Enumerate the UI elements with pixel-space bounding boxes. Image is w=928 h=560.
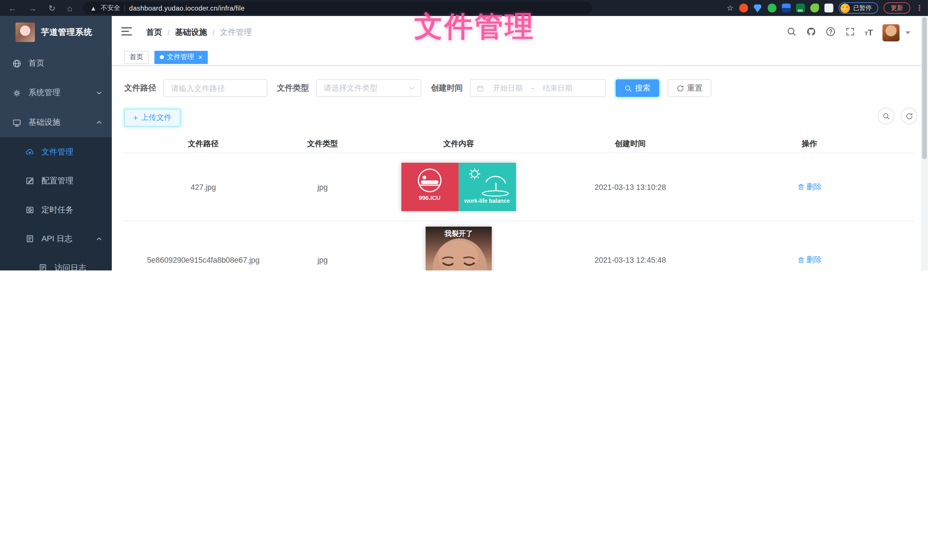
- sidebar-item-label: 定时任务: [41, 204, 73, 215]
- address-divider: [124, 5, 125, 12]
- extension-icon[interactable]: [739, 3, 748, 12]
- file-type-cell: jpg: [284, 183, 361, 191]
- file-preview-996icu-banner[interactable]: 996.ICU work-life balance: [401, 163, 516, 212]
- extension-leaf-icon[interactable]: [810, 3, 819, 12]
- breadcrumb-current: 文件管理: [220, 27, 252, 38]
- created-time-cell: 2021-03-13 12:45:48: [556, 256, 704, 265]
- cloud-upload-icon: [25, 147, 34, 157]
- forward-icon[interactable]: →: [28, 4, 37, 12]
- select-placeholder: 请选择文件类型: [324, 83, 377, 93]
- col-header-path: 文件路径: [122, 138, 284, 149]
- breadcrumb-home[interactable]: 首页: [146, 27, 162, 38]
- extensions-puzzle-icon[interactable]: [824, 3, 833, 12]
- col-header-content: 文件内容: [361, 138, 557, 149]
- file-type-select[interactable]: 请选择文件类型: [316, 79, 421, 97]
- collapse-sidebar-icon[interactable]: [121, 27, 132, 37]
- proxy-on-badge[interactable]: on: [796, 3, 804, 12]
- refresh-icon[interactable]: [901, 108, 917, 124]
- browser-nav-buttons: ← → ↻ ⌂: [0, 4, 81, 12]
- globe-icon: [12, 59, 21, 68]
- start-date-placeholder: 开始日期: [489, 83, 527, 93]
- created-time-cell: 2021-03-13 13:10:28: [556, 183, 704, 191]
- search-button[interactable]: 搜索: [615, 79, 659, 97]
- upload-file-button[interactable]: + 上传文件: [124, 109, 180, 126]
- chevron-down-icon: [95, 88, 104, 97]
- app-title: 芋道管理系统: [41, 27, 92, 37]
- sidebar-item-access-log[interactable]: 访问日志: [0, 253, 112, 271]
- sidebar-item-infra[interactable]: 基础设施: [0, 108, 112, 137]
- file-type-cell: jpg: [284, 256, 361, 265]
- main-content: 首页 / 基础设施 / 文件管理 TT 首页 文件管理: [112, 16, 921, 271]
- scrollbar-thumb[interactable]: [922, 17, 927, 159]
- timer-icon: [25, 205, 34, 215]
- file-type-label: 文件类型: [277, 83, 309, 93]
- search-button-label: 搜索: [635, 83, 650, 93]
- navbar-right-icons: TT: [786, 16, 910, 49]
- help-icon[interactable]: [826, 26, 835, 38]
- date-range-picker[interactable]: 开始日期 - 结束日期: [470, 79, 606, 97]
- filter-form: 文件路径 文件类型 请选择文件类型 创建时间 开始日期 - 结束日期 搜索: [124, 79, 711, 97]
- plus-icon: +: [133, 114, 138, 122]
- sidebar-item-scheduled-jobs[interactable]: 定时任务: [0, 195, 112, 224]
- sidebar-item-home[interactable]: 首页: [0, 49, 112, 78]
- tab-file-management[interactable]: 文件管理 ×: [154, 50, 208, 64]
- breadcrumb-separator: /: [212, 28, 215, 37]
- reset-button-label: 重置: [687, 83, 702, 93]
- sidebar-item-label: API 日志: [41, 233, 73, 244]
- delete-button[interactable]: 删除: [797, 181, 822, 192]
- create-time-label: 创建时间: [431, 83, 463, 93]
- home-icon[interactable]: ⌂: [67, 4, 73, 12]
- github-icon[interactable]: [806, 26, 816, 38]
- browser-update-button[interactable]: 更新: [884, 2, 910, 14]
- chevron-up-icon: [95, 118, 104, 127]
- extension-pin-icon[interactable]: [753, 3, 762, 12]
- delete-label: 删除: [806, 181, 822, 192]
- vertical-scrollbar[interactable]: [921, 16, 928, 271]
- browser-menu-icon[interactable]: ⋮: [916, 3, 923, 12]
- delete-button[interactable]: 删除: [797, 254, 822, 265]
- range-separator: -: [531, 84, 534, 92]
- font-size-icon[interactable]: TT: [865, 28, 873, 37]
- tab-home[interactable]: 首页: [124, 50, 148, 64]
- col-header-created: 创建时间: [556, 138, 704, 149]
- reset-button[interactable]: 重置: [668, 79, 711, 97]
- tags-view-bar: 首页 文件管理 ×: [112, 49, 921, 66]
- file-path-cell: 5e8609290e915c4fa8b08e67.jpg: [122, 256, 284, 265]
- browser-profile-chip[interactable]: 已暂停: [838, 2, 878, 14]
- document-icon: [25, 234, 34, 243]
- toggle-search-icon[interactable]: [878, 108, 894, 124]
- sidebar-item-label: 访问日志: [55, 262, 87, 271]
- sidebar-item-config[interactable]: 配置管理: [0, 166, 112, 195]
- tab-label: 文件管理: [167, 53, 194, 61]
- breadcrumb-section[interactable]: 基础设施: [175, 27, 207, 38]
- extension-icon[interactable]: [768, 3, 776, 12]
- sidebar: 芋道管理系统 首页 系统管理 基础设施 文件管理 配置管理 定时任务: [0, 16, 112, 271]
- close-icon[interactable]: ×: [198, 53, 203, 61]
- reload-icon[interactable]: ↻: [49, 4, 55, 12]
- file-path-input[interactable]: [163, 79, 268, 97]
- col-header-type: 文件类型: [284, 138, 361, 149]
- fullscreen-icon[interactable]: [845, 26, 855, 38]
- warning-icon: ▲: [90, 5, 96, 12]
- file-preview-crying-baby[interactable]: 我裂开了: [426, 226, 492, 271]
- sidebar-item-label: 文件管理: [41, 146, 73, 157]
- search-icon[interactable]: [786, 26, 797, 38]
- sidebar-item-label: 首页: [28, 58, 44, 68]
- back-icon[interactable]: ←: [8, 4, 17, 12]
- extension-grid-icon[interactable]: [781, 3, 790, 12]
- table-row: 5e8609290e915c4fa8b08e67.jpg jpg: [122, 221, 914, 271]
- bookmark-star-icon[interactable]: ☆: [727, 3, 733, 12]
- end-date-placeholder: 结束日期: [539, 83, 577, 93]
- table-toolbar: + 上传文件: [124, 109, 917, 126]
- user-avatar[interactable]: [882, 24, 899, 41]
- app-logo-row[interactable]: 芋道管理系统: [0, 16, 112, 49]
- sidebar-item-system[interactable]: 系统管理: [0, 78, 112, 108]
- monitor-icon: [12, 118, 21, 127]
- sidebar-item-api-log[interactable]: API 日志: [0, 224, 112, 253]
- balance-banner-label: work-life balance: [464, 198, 510, 204]
- icu-banner-label: 996.ICU: [419, 195, 441, 201]
- tab-label: 首页: [130, 53, 143, 61]
- sidebar-item-file-management[interactable]: 文件管理: [0, 137, 112, 166]
- edit-icon: [25, 176, 34, 185]
- avatar-caret-icon[interactable]: [905, 31, 910, 34]
